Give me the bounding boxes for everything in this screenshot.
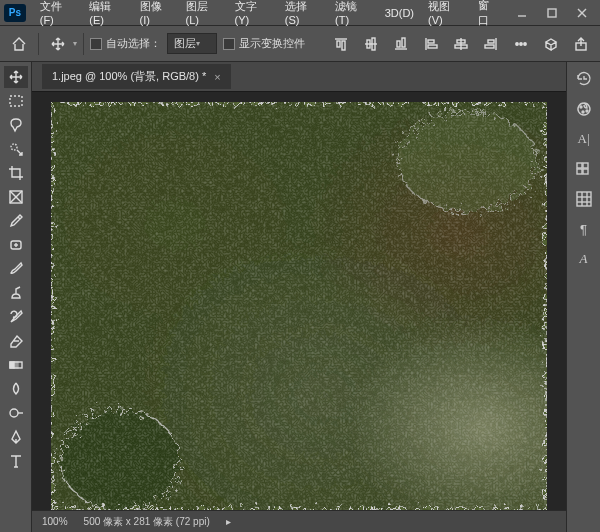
more-options-icon[interactable] xyxy=(508,32,534,56)
paragraph-panel-icon[interactable]: ¶ xyxy=(572,218,596,240)
document-tab-bar: 1.jpeg @ 100% (背景, RGB/8) * × xyxy=(32,62,566,92)
brush-tool[interactable] xyxy=(4,258,28,280)
svg-point-22 xyxy=(516,42,518,44)
document-canvas[interactable] xyxy=(51,102,547,510)
pen-tool[interactable] xyxy=(4,426,28,448)
svg-point-47 xyxy=(580,106,582,108)
auto-select-checkbox[interactable]: 自动选择： xyxy=(90,36,161,51)
svg-rect-5 xyxy=(337,41,340,47)
svg-rect-51 xyxy=(583,163,588,168)
svg-point-24 xyxy=(524,42,526,44)
eyedropper-tool[interactable] xyxy=(4,210,28,232)
crop-tool[interactable] xyxy=(4,162,28,184)
app-logo: Ps xyxy=(4,4,26,22)
checkbox-icon xyxy=(90,38,102,50)
status-bar: 100% 500 像素 x 281 像素 (72 ppi) ▸ xyxy=(32,510,566,532)
svg-point-23 xyxy=(520,42,522,44)
svg-rect-26 xyxy=(10,96,22,106)
show-transform-checkbox[interactable]: 显示变换控件 xyxy=(223,36,305,51)
auto-select-target-dropdown[interactable]: 图层 ▾ xyxy=(167,33,217,54)
svg-point-44 xyxy=(61,410,180,510)
quick-select-tool[interactable] xyxy=(4,138,28,160)
history-brush-tool[interactable] xyxy=(4,306,28,328)
clone-stamp-tool[interactable] xyxy=(4,282,28,304)
svg-rect-14 xyxy=(428,40,434,43)
minimize-button[interactable] xyxy=(508,3,536,23)
menu-bar: Ps 文件(F) 编辑(E) 图像(I) 图层(L) 文字(Y) 选择(S) 滤… xyxy=(0,0,600,26)
svg-rect-36 xyxy=(14,362,18,368)
close-button[interactable] xyxy=(568,3,596,23)
svg-rect-52 xyxy=(577,169,582,174)
document-dimensions: 500 像素 x 281 像素 (72 ppi) xyxy=(84,515,210,529)
home-icon[interactable] xyxy=(6,32,32,56)
align-hcenter-icon[interactable] xyxy=(448,32,474,56)
3d-mode-icon[interactable] xyxy=(538,32,564,56)
svg-rect-53 xyxy=(583,169,588,174)
align-bottom-icon[interactable] xyxy=(388,32,414,56)
separator xyxy=(83,33,84,55)
frame-tool[interactable] xyxy=(4,186,28,208)
healing-brush-tool[interactable] xyxy=(4,234,28,256)
document-tab-title: 1.jpeg @ 100% (背景, RGB/8) * xyxy=(52,69,206,84)
svg-point-27 xyxy=(11,144,17,150)
marquee-tool[interactable] xyxy=(4,90,28,112)
move-tool-indicator-icon[interactable] xyxy=(45,32,71,56)
eraser-tool[interactable] xyxy=(4,330,28,352)
svg-rect-12 xyxy=(402,38,405,47)
options-bar: ▾ 自动选择： 图层 ▾ 显示变换控件 xyxy=(0,26,600,62)
align-right-icon[interactable] xyxy=(478,32,504,56)
swatches-panel-icon[interactable] xyxy=(572,158,596,180)
libraries-panel-icon[interactable] xyxy=(572,188,596,210)
svg-rect-15 xyxy=(428,45,437,48)
type-tool[interactable] xyxy=(4,450,28,472)
history-panel-icon[interactable] xyxy=(572,68,596,90)
document-tab[interactable]: 1.jpeg @ 100% (背景, RGB/8) * × xyxy=(42,64,231,89)
menu-3d[interactable]: 3D(D) xyxy=(379,3,420,23)
move-tool[interactable] xyxy=(4,66,28,88)
svg-point-49 xyxy=(586,110,588,112)
show-transform-label: 显示变换控件 xyxy=(239,36,305,51)
svg-point-45 xyxy=(398,112,537,212)
glyphs-panel-icon[interactable]: A xyxy=(572,248,596,270)
align-vcenter-icon[interactable] xyxy=(358,32,384,56)
tools-panel xyxy=(0,62,32,532)
align-left-icon[interactable] xyxy=(418,32,444,56)
svg-point-48 xyxy=(582,111,584,113)
blur-tool[interactable] xyxy=(4,378,28,400)
svg-rect-20 xyxy=(488,40,494,43)
tool-preset-dropdown[interactable]: ▾ xyxy=(73,39,77,48)
panels-dock: A| ¶ A xyxy=(566,62,600,532)
canvas-area xyxy=(32,92,566,510)
checkbox-icon xyxy=(223,38,235,50)
status-arrow-icon[interactable]: ▸ xyxy=(226,516,231,527)
maximize-button[interactable] xyxy=(538,3,566,23)
dropdown-value: 图层 xyxy=(174,36,196,51)
auto-select-label: 自动选择： xyxy=(106,36,161,51)
gradient-tool[interactable] xyxy=(4,354,28,376)
svg-rect-6 xyxy=(342,41,345,50)
svg-rect-1 xyxy=(548,9,556,17)
lasso-tool[interactable] xyxy=(4,114,28,136)
separator xyxy=(38,33,39,55)
dodge-tool[interactable] xyxy=(4,402,28,424)
svg-rect-21 xyxy=(485,45,494,48)
svg-rect-54 xyxy=(577,192,591,206)
svg-rect-50 xyxy=(577,163,582,168)
chevron-down-icon: ▾ xyxy=(196,39,200,48)
share-icon[interactable] xyxy=(568,32,594,56)
character-panel-icon[interactable]: A| xyxy=(572,128,596,150)
close-tab-icon[interactable]: × xyxy=(214,71,220,83)
svg-point-37 xyxy=(10,409,18,417)
zoom-level[interactable]: 100% xyxy=(42,516,68,527)
align-top-icon[interactable] xyxy=(328,32,354,56)
svg-rect-11 xyxy=(397,41,400,47)
color-panel-icon[interactable] xyxy=(572,98,596,120)
